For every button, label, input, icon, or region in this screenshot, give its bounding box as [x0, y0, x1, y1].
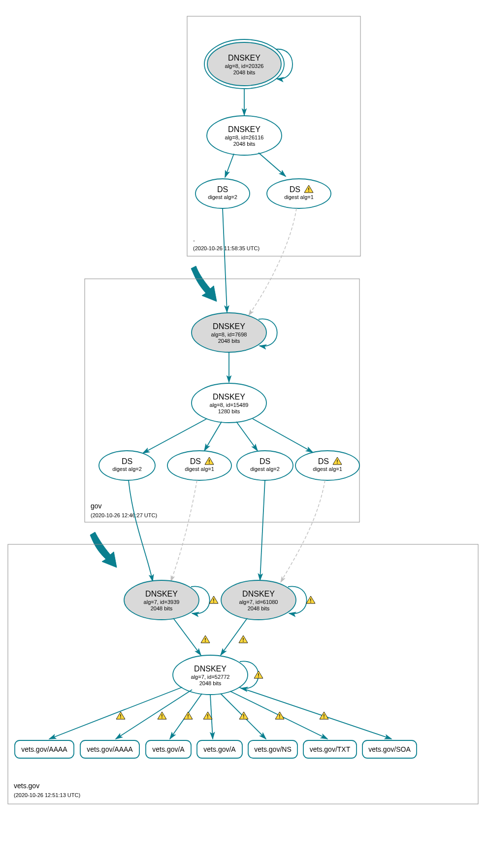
zone-vets-name: vets.gov [14, 782, 39, 790]
zone-vets-ts: (2020-10-26 12:51:13 UTC) [14, 792, 80, 798]
edge-rootzsk-ds1 [225, 154, 234, 177]
svg-text:vets.gov/A: vets.gov/A [203, 745, 236, 753]
svg-text:vets.gov/AAAA: vets.gov/AAAA [87, 745, 133, 753]
svg-text:2048 bits: 2048 bits [218, 338, 240, 344]
svg-text:vets.gov/AAAA: vets.gov/AAAA [21, 745, 67, 753]
svg-text:!: ! [310, 598, 311, 603]
svg-point-27 [167, 451, 231, 480]
warning-icon: ! [320, 712, 328, 719]
node-gov-ds1: DS digest alg=2 [99, 451, 155, 480]
svg-text:vets.gov/SOA: vets.gov/SOA [368, 745, 411, 753]
dnssec-diagram: . (2020-10-26 11:58:35 UTC) DNSKEY alg=8… [0, 0, 488, 868]
warning-icon: ! [239, 712, 248, 719]
node-vets-ksk2: DNSKEY alg=7, id=61080 2048 bits [221, 580, 296, 620]
svg-point-24 [99, 451, 155, 480]
svg-text:alg=8, id=7698: alg=8, id=7698 [211, 332, 247, 337]
svg-text:DS: DS [122, 457, 132, 466]
svg-text:DNSKEY: DNSKEY [145, 590, 178, 598]
node-rr6: vets.gov/TXT [303, 740, 357, 758]
svg-point-12 [267, 179, 331, 208]
zone-gov-name: gov [91, 502, 102, 510]
svg-text:2048 bits: 2048 bits [248, 605, 270, 611]
node-gov-ksk: DNSKEY alg=8, id=7698 2048 bits [192, 313, 266, 352]
edge-vetsksk1-zsk [173, 618, 201, 655]
edge-govds1-vetsksk1 [129, 480, 153, 581]
edge-rootds2-govksk [249, 208, 296, 315]
zone-root-ts: (2020-10-26 11:58:35 UTC) [193, 245, 260, 251]
svg-text:!: ! [258, 673, 259, 678]
svg-text:!: ! [308, 187, 309, 193]
edge-govds3-vetsksk2 [260, 480, 265, 580]
warning-icon: ! [158, 712, 166, 719]
svg-text:alg=7, id=52772: alg=7, id=52772 [191, 674, 230, 680]
svg-text:digest alg=2: digest alg=2 [112, 466, 142, 472]
node-vets-ksk1: DNSKEY alg=7, id=3939 2048 bits [124, 580, 199, 620]
node-root-ds1: DS digest alg=2 [195, 179, 250, 208]
svg-text:alg=7, id=61080: alg=7, id=61080 [239, 599, 278, 605]
svg-text:digest alg=1: digest alg=1 [313, 466, 342, 472]
svg-text:!: ! [187, 714, 189, 719]
svg-text:vets.gov/A: vets.gov/A [152, 745, 185, 753]
warning-icon: ! [239, 635, 248, 643]
svg-text:!: ! [161, 714, 163, 719]
edge-govzsk-ds4 [253, 419, 313, 452]
svg-text:DNSKEY: DNSKEY [228, 54, 260, 62]
svg-text:alg=8, id=15489: alg=8, id=15489 [210, 402, 249, 408]
warning-icon: ! [184, 712, 193, 719]
svg-text:2048 bits: 2048 bits [233, 69, 256, 75]
svg-text:DS: DS [290, 185, 300, 194]
svg-point-31 [237, 451, 293, 480]
edge-govzsk-ds3 [236, 422, 258, 451]
node-root-zsk: DNSKEY alg=8, id=26116 2048 bits [207, 116, 282, 155]
node-vets-zsk: DNSKEY alg=7, id=52772 2048 bits [173, 655, 248, 695]
node-root-ds2: DS digest alg=1 [267, 179, 331, 208]
svg-point-34 [295, 451, 359, 480]
svg-text:DNSKEY: DNSKEY [213, 322, 245, 331]
warning-icon: ! [275, 712, 284, 719]
svg-text:!: ! [204, 637, 206, 643]
svg-text:1280 bits: 1280 bits [218, 408, 240, 414]
node-rr2: vets.gov/AAAA [80, 740, 139, 758]
svg-text:alg=8, id=26116: alg=8, id=26116 [225, 134, 264, 140]
svg-text:!: ! [208, 459, 210, 465]
edge-zsk-rr2 [116, 690, 192, 739]
node-gov-ds3: DS digest alg=2 [237, 451, 293, 480]
svg-text:!: ! [207, 714, 208, 719]
node-rr4: vets.gov/A [197, 740, 242, 758]
warning-icon: ! [201, 635, 210, 643]
svg-text:2048 bits: 2048 bits [233, 141, 256, 147]
svg-text:!: ! [243, 714, 244, 719]
svg-text:2048 bits: 2048 bits [151, 605, 173, 611]
svg-text:vets.gov/TXT: vets.gov/TXT [310, 745, 351, 753]
edge-govds2-vetsksk1 [171, 480, 197, 581]
svg-text:alg=7, id=3939: alg=7, id=3939 [144, 599, 180, 605]
svg-text:DS: DS [190, 457, 201, 466]
svg-point-9 [195, 179, 250, 208]
edge-rootzsk-ds2 [259, 153, 286, 176]
zone-arrow-gov-vets [90, 532, 117, 568]
node-root-ksk: DNSKEY alg=8, id=20326 2048 bits [204, 39, 284, 89]
node-rr5: vets.gov/NS [248, 740, 297, 758]
warning-icon: ! [254, 671, 263, 678]
svg-text:alg=8, id=20326: alg=8, id=20326 [225, 63, 264, 69]
svg-text:DS: DS [260, 457, 270, 466]
svg-text:DNSKEY: DNSKEY [213, 393, 245, 401]
warning-icon: ! [306, 596, 315, 603]
edge-rootds1-govksk [223, 208, 227, 312]
svg-text:!: ! [323, 714, 325, 719]
svg-text:DS: DS [217, 185, 228, 194]
edge-govzsk-ds2 [204, 422, 222, 451]
edge-govzsk-ds1 [143, 419, 207, 453]
zone-arrow-root-gov [191, 266, 217, 301]
zone-gov-ts: (2020-10-26 12:46:27 UTC) [91, 512, 157, 518]
edge-govds4-vetsksk2 [281, 480, 325, 582]
node-gov-zsk: DNSKEY alg=8, id=15489 1280 bits [192, 383, 266, 423]
svg-text:!: ! [213, 598, 214, 603]
svg-text:digest alg=2: digest alg=2 [208, 194, 237, 200]
svg-text:digest alg=1: digest alg=1 [185, 466, 214, 472]
svg-text:DNSKEY: DNSKEY [228, 125, 260, 134]
node-gov-ds4: DS digest alg=1 [295, 451, 359, 480]
svg-text:vets.gov/NS: vets.gov/NS [254, 745, 291, 753]
svg-text:!: ! [120, 714, 121, 719]
edge-zsk-rr7 [239, 687, 391, 739]
